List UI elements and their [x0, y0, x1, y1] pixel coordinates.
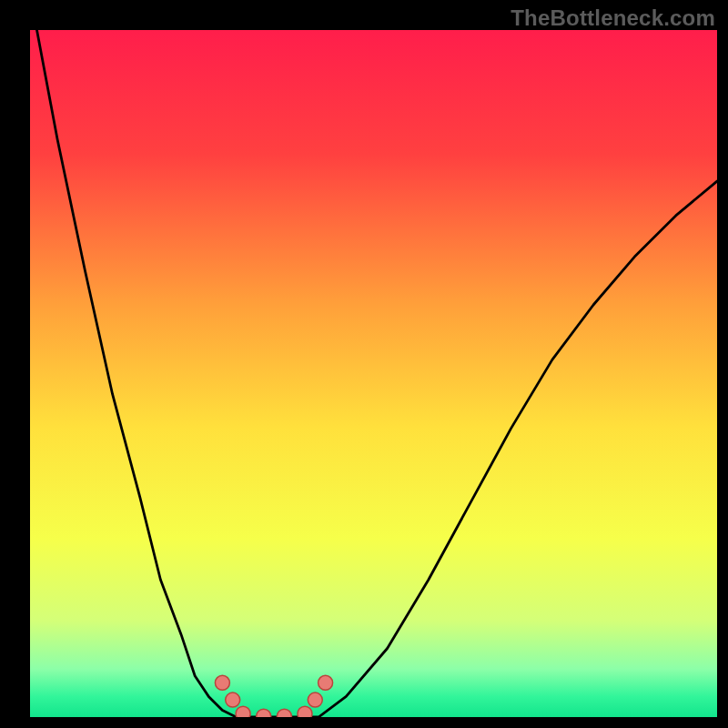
- curve-marker: [226, 693, 240, 707]
- curve-marker: [215, 675, 229, 690]
- curve-marker: [298, 706, 312, 717]
- outer-frame: TheBottleneck.com: [0, 0, 728, 728]
- curve-marker: [277, 709, 291, 717]
- curve-marker: [318, 675, 333, 690]
- curve-marker: [308, 693, 322, 707]
- chart-svg: [30, 30, 717, 717]
- bottleneck-curve: [37, 30, 718, 717]
- curve-marker: [257, 709, 271, 717]
- plot-area: [30, 30, 717, 717]
- curve-marker: [236, 706, 250, 717]
- valley-markers: [215, 675, 332, 717]
- watermark-text: TheBottleneck.com: [511, 5, 715, 31]
